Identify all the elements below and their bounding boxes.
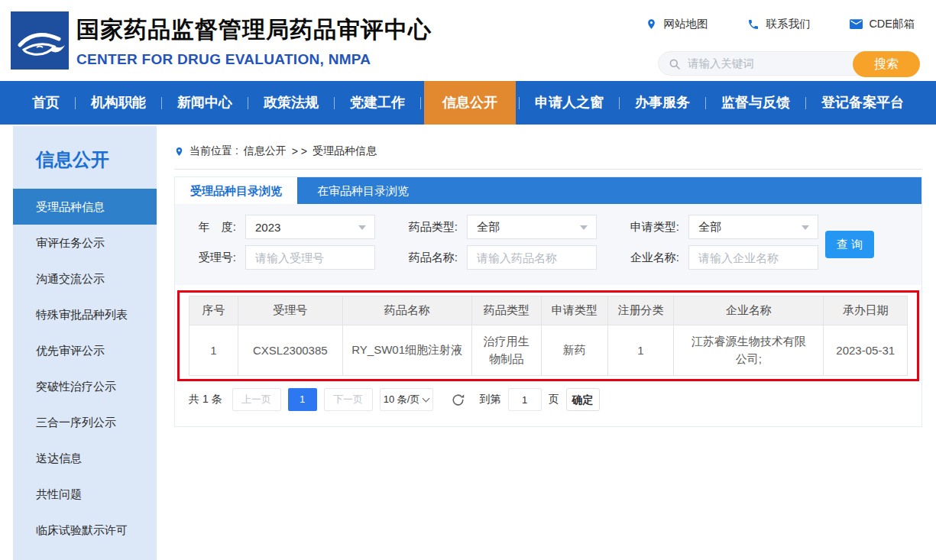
col-undertake-date: 承办日期 [824, 296, 908, 325]
nav-item-news[interactable]: 新闻中心 [165, 81, 245, 125]
search-input[interactable] [688, 53, 848, 74]
col-apply-type: 申请类型 [541, 296, 607, 325]
breadcrumb-current: 受理品种信息 [313, 144, 377, 158]
nav-item-info-disclosure[interactable]: 信息公开 [424, 81, 516, 125]
goto-page-input[interactable] [508, 388, 542, 411]
col-drug-name: 药品名称 [342, 296, 471, 325]
annotation-highlight-box: 序号 受理号 药品名称 药品类型 申请类型 注册分类 企业名称 承办日期 1 [177, 290, 919, 381]
year-select-value: 2023 [255, 221, 280, 234]
sidebar-item-special-approval[interactable]: 特殊审批品种列表 [13, 296, 157, 332]
nav-item-registration-platform[interactable]: 登记备案平台 [809, 81, 916, 125]
sidebar-item-common-issues[interactable]: 共性问题 [13, 476, 157, 512]
tab-accepted-catalog[interactable]: 受理品种目录浏览 [175, 177, 297, 204]
chevron-down-icon [358, 225, 366, 230]
cell-apply-type: 新药 [541, 325, 607, 376]
nav-separator [805, 97, 806, 109]
site-header: 国家药品监督管理局药品审评中心 CENTER FOR DRUG EVALUATI… [0, 0, 936, 81]
page-size-select[interactable]: 10 条/页 [380, 388, 433, 411]
drug-type-select-value: 全部 [477, 220, 500, 235]
main-nav: 首页 机构职能 新闻中心 政策法规 党建工作 信息公开 申请人之窗 办事服务 监… [0, 81, 936, 125]
drug-name-label: 药品名称: [397, 251, 467, 265]
cell-drug-type-text: 治疗用生物制品 [481, 333, 532, 367]
site-title-block: 国家药品监督管理局药品审评中心 CENTER FOR DRUG EVALUATI… [76, 15, 432, 68]
nav-item-functions[interactable]: 机构职能 [79, 81, 158, 125]
cde-mail-link-label: CDE邮箱 [869, 17, 915, 31]
content-panel: 受理品种目录浏览 在审品种目录浏览 年 度: 2023 药品类型: [174, 176, 922, 427]
filter-apply-type-group: 申请类型: 全部 [618, 215, 818, 239]
goto-page-label: 到第 [480, 393, 501, 406]
nav-separator [161, 97, 162, 109]
chevron-down-icon [423, 395, 430, 403]
sidebar-item-delivery-info[interactable]: 送达信息 [13, 440, 157, 476]
cde-mail-link[interactable]: CDE邮箱 [850, 17, 915, 31]
filter-drug-type-group: 药品类型: 全部 [397, 215, 597, 239]
nav-item-services[interactable]: 办事服务 [623, 81, 702, 125]
nav-item-applicant-window[interactable]: 申请人之窗 [523, 81, 616, 125]
query-button[interactable]: 查 询 [825, 231, 874, 258]
nav-item-home[interactable]: 首页 [20, 81, 72, 125]
acceptance-no-input[interactable] [245, 245, 375, 270]
search-button[interactable]: 搜索 [853, 51, 920, 77]
cell-drug-type: 治疗用生物制品 [471, 325, 541, 376]
nav-separator [519, 97, 520, 109]
breadcrumb-prefix: 当前位置 : [189, 144, 238, 158]
page-size-value: 10 条/页 [384, 393, 420, 406]
sidebar-item-breakthrough-therapy[interactable]: 突破性治疗公示 [13, 368, 157, 404]
sitemap-link[interactable]: 网站地图 [646, 17, 708, 31]
refresh-button[interactable] [451, 393, 465, 407]
confirm-button[interactable]: 确定 [566, 388, 600, 411]
nav-separator [420, 97, 421, 109]
sidebar-item-clinical-trial-implied-license[interactable]: 临床试验默示许可 [13, 512, 157, 548]
cell-drug-name: RY_SW01细胞注射液 [342, 325, 471, 376]
drug-name-input[interactable] [467, 245, 597, 270]
nav-separator [248, 97, 248, 109]
page-1-button[interactable]: 1 [288, 388, 317, 411]
sidebar-item-three-in-one[interactable]: 三合一序列公示 [13, 404, 157, 440]
apply-type-select-value: 全部 [698, 220, 721, 235]
nav-separator [705, 97, 706, 109]
nav-item-policy[interactable]: 政策法规 [251, 81, 331, 125]
col-company: 企业名称 [674, 296, 824, 325]
sidebar-item-communication[interactable]: 沟通交流公示 [13, 261, 157, 296]
nav-separator [619, 97, 620, 109]
sitemap-link-label: 网站地图 [663, 17, 708, 31]
sidebar-item-review-tasks[interactable]: 审评任务公示 [13, 225, 157, 261]
prev-page-button[interactable]: 上一页 [232, 388, 281, 411]
nav-separator [334, 97, 335, 109]
apply-type-select[interactable]: 全部 [688, 215, 818, 239]
sidebar-title: 信息公开 [13, 126, 157, 189]
sidebar-item-priority-review[interactable]: 优先审评公示 [13, 332, 157, 368]
cde-logo[interactable] [11, 11, 69, 70]
sidebar: 信息公开 受理品种信息 审评任务公示 沟通交流公示 特殊审批品种列表 优先审评公… [13, 126, 157, 560]
nav-separator [75, 97, 76, 109]
breadcrumb-separator: > > [292, 145, 307, 157]
filter-drug-name-group: 药品名称: [397, 245, 597, 270]
page-unit-label: 页 [549, 393, 559, 406]
nav-item-supervision[interactable]: 监督与反馈 [709, 81, 802, 125]
company-input[interactable] [688, 245, 818, 270]
tab-under-review-catalog[interactable]: 在审品种目录浏览 [297, 177, 429, 204]
year-select[interactable]: 2023 [245, 215, 375, 239]
filter-year-group: 年 度: 2023 [175, 215, 375, 239]
filter-row-1: 年 度: 2023 药品类型: 全部 申请类 [175, 215, 921, 239]
filter-acceptance-no-group: 受理号: [175, 245, 375, 270]
col-serial: 序号 [189, 296, 238, 325]
cell-acceptance-no: CXSL2300385 [238, 325, 342, 376]
col-drug-type: 药品类型 [471, 296, 541, 325]
next-page-button[interactable]: 下一页 [324, 388, 373, 411]
pagination: 共 1 条 上一页 1 下一页 10 条/页 到第 页 确定 [189, 388, 921, 411]
company-label: 企业名称: [618, 251, 688, 265]
table-row: 1 CXSL2300385 RY_SW01细胞注射液 治疗用生物制品 新药 1 … [189, 325, 908, 376]
search-icon [669, 58, 681, 70]
swan-logo-icon [11, 11, 69, 70]
main-content: 当前位置 : 信息公开 > > 受理品种信息 受理品种目录浏览 在审品种目录浏览… [174, 126, 922, 427]
breadcrumb-section[interactable]: 信息公开 [244, 144, 287, 158]
pagination-total: 共 1 条 [189, 393, 222, 406]
nav-item-party[interactable]: 党建工作 [338, 81, 417, 125]
drug-type-select[interactable]: 全部 [467, 215, 597, 239]
page: 国家药品监督管理局药品审评中心 CENTER FOR DRUG EVALUATI… [0, 0, 936, 560]
sidebar-item-accepted-varieties[interactable]: 受理品种信息 [13, 189, 157, 225]
contact-link[interactable]: 联系我们 [747, 17, 810, 31]
cell-registration-class: 1 [607, 325, 674, 376]
drug-type-label: 药品类型: [397, 220, 467, 235]
